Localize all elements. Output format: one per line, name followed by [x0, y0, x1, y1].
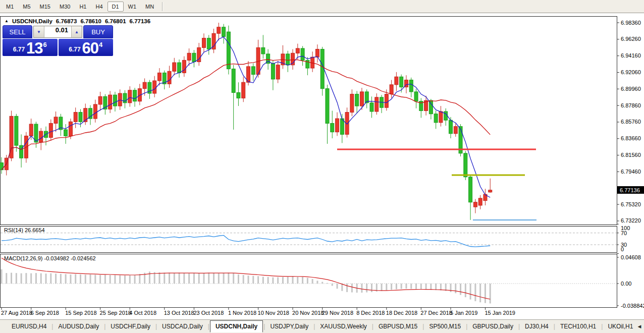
sell-button[interactable]: SELL [3, 25, 32, 38]
timeframe-toolbar: M1M5M15M30H1H4D1W1MN [0, 0, 644, 13]
ohlc-open: 6.76873 [56, 18, 77, 24]
price-tick-label: 6.98360 [621, 20, 641, 26]
tab-scroll-left-icon[interactable]: ◀ [637, 324, 641, 329]
ohlc-low: 6.76801 [105, 18, 126, 24]
price-tick-label: 6.94160 [621, 52, 641, 59]
rsi-label: RSI(14) 26.6654 [4, 227, 45, 233]
chart-tab-usdjpy[interactable]: USDJPY,Daily [265, 321, 313, 332]
date-label: 13 Oct 2018 [164, 310, 194, 316]
macd-pane-frame [1, 254, 617, 308]
buy-price-box[interactable]: 6.77 60 4 [59, 39, 114, 56]
volume-field[interactable]: 0.01 [44, 26, 71, 37]
timeframe-button-d1[interactable]: D1 [108, 2, 124, 12]
one-click-trade-panel: SELL ▼ 0.01 ▲ BUY 6.77 13 6 6.77 60 4 [3, 25, 113, 56]
sell-price-box[interactable]: 6.77 13 6 [3, 39, 58, 56]
chart-title: ▲ USDCNH,Daily 6.76873 6.78610 6.76801 6… [5, 18, 150, 24]
macd-histogram [1, 269, 491, 304]
date-label: 29 Nov 2018 [322, 310, 353, 316]
current-price-tag: 6.77136 [617, 186, 644, 194]
timeframe-button-m15[interactable]: M15 [35, 2, 55, 12]
date-label: 15 Jan 2019 [485, 310, 515, 316]
date-label: 10 Nov 2018 [258, 310, 289, 316]
buy-button[interactable]: BUY [83, 25, 113, 38]
date-label: 15 Sep 2018 [65, 310, 96, 316]
chart-tab-eurusd[interactable]: EURUSD,H4 [7, 321, 51, 332]
chart-tab-dj30[interactable]: DJ30,H4 [520, 321, 553, 332]
macd-scale-label: 0.00 [621, 281, 631, 287]
timeframe-button-mn[interactable]: MN [141, 2, 158, 12]
date-label: 4 Oct 2018 [129, 310, 156, 316]
buy-price-main: 60 [82, 41, 98, 55]
ohlc-close: 6.77136 [130, 18, 151, 24]
volume-decrease-button[interactable]: ▼ [34, 26, 44, 37]
tab-scroll-arrows: ◀ ▶ [637, 324, 644, 329]
sell-price-prefix: 6.77 [13, 46, 25, 53]
date-label: 23 Oct 2018 [193, 310, 224, 316]
timeframe-button-m5[interactable]: M5 [18, 2, 35, 12]
chart-tabbar: EURUSD,H4|AUDUSD,Daily|USDCHF,Daily|USDC… [0, 319, 644, 333]
chart-tab-usdcnh[interactable]: USDCNH,Daily [210, 320, 263, 332]
volume-increase-button[interactable]: ▲ [71, 26, 82, 37]
symbol-direction-icon: ▲ [5, 19, 9, 24]
macd-label: MACD(12,26,9) -0.034982 -0.024562 [4, 255, 96, 261]
chart-tab-gbpusd[interactable]: GBPUSD,M15 [374, 321, 422, 332]
timeframe-button-m1[interactable]: M1 [2, 2, 18, 12]
chart-tab-gbpusd[interactable]: GBPUSD,Daily [468, 321, 518, 332]
date-label: 8 Dec 2018 [356, 310, 385, 316]
date-label: 20 Nov 2018 [292, 310, 324, 316]
buy-price-pip: 4 [99, 41, 102, 48]
date-label: 25 Sep 2018 [100, 310, 131, 316]
price-tick-label: 6.75320 [621, 201, 641, 207]
price-tick-label: 6.89960 [621, 86, 641, 92]
price-tick-label: 6.81560 [621, 152, 641, 158]
sell-price-pip: 6 [43, 41, 47, 48]
chart-tab-tech100[interactable]: TECH100,H1 [556, 321, 601, 332]
chart-tab-ukoil[interactable]: UKOil,H1 [603, 321, 637, 332]
chart-tab-usdchf[interactable]: USDCHF,Daily [106, 321, 155, 332]
price-tick-label: 6.79460 [621, 169, 641, 175]
date-label: 5 Jan 2019 [450, 310, 477, 316]
buy-price-prefix: 6.77 [69, 46, 80, 53]
date-label: 1 Nov 2018 [228, 310, 256, 316]
chart-tab-xauusd[interactable]: XAUUSD,Weekly [315, 321, 371, 332]
price-tick-label: 6.92060 [621, 69, 641, 75]
date-label: 27 Dec 2018 [420, 310, 452, 316]
ohlc-high: 6.78610 [80, 18, 101, 24]
timeframe-button-h1[interactable]: H1 [75, 2, 91, 12]
macd-scale-label: 0.04608 [621, 254, 641, 260]
date-label: 6 Sep 2018 [31, 310, 59, 316]
timeframe-button-h4[interactable]: H4 [91, 2, 107, 12]
price-tick-label: 6.96260 [621, 36, 641, 42]
chart-tab-sp500[interactable]: SP500,M15 [424, 321, 465, 332]
sell-price-main: 13 [26, 41, 42, 55]
macd-scale-label: -0.038842 [621, 303, 644, 309]
rsi-line [2, 235, 490, 247]
timeframe-button-w1[interactable]: W1 [124, 2, 141, 12]
price-tick-label: 6.83660 [621, 135, 641, 141]
chart-tab-audusd[interactable]: AUDUSD,Daily [53, 321, 103, 332]
price-tick-label: 6.85760 [621, 119, 641, 125]
rsi-scale-label: 70 [621, 230, 627, 236]
timeframe-button-m30[interactable]: M30 [55, 2, 75, 12]
rsi-scale-label: 0 [621, 246, 624, 252]
volume-spinner: ▼ 0.01 ▲ [33, 26, 82, 38]
date-label: 18 Dec 2018 [386, 310, 417, 316]
price-tick-label: 6.87860 [621, 102, 641, 108]
terminal-window: M1M5M15M30H1H4D1W1MN ▲ USDCNH,Daily 6.76… [0, 0, 644, 333]
price-tick-label: 6.73220 [621, 217, 641, 224]
date-label: 27 Aug 2018 [1, 310, 32, 316]
chart-tab-usdcad[interactable]: USDCAD,Daily [157, 321, 207, 332]
symbol-name: USDCNH,Daily [12, 18, 52, 24]
toolbar-separator [162, 2, 163, 11]
